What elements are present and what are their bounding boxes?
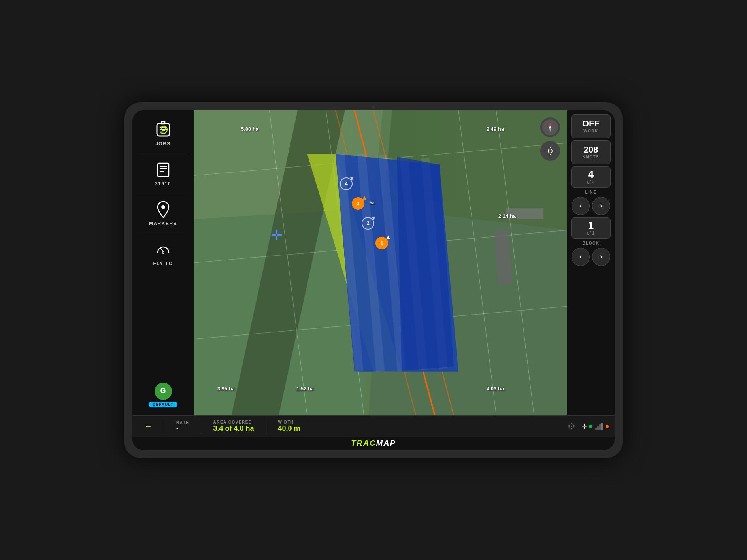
drone-icon: ✛ (581, 422, 587, 431)
camera-dot (372, 106, 375, 109)
bottom-bar: ← RATE - AREA COVERED 3.4 of 4.0 ha WIDT… (132, 415, 615, 437)
notes-label: 31610 (155, 181, 171, 187)
brand-map: MAP (376, 439, 396, 447)
area-value: 3.4 of 4.0 ha (213, 424, 254, 433)
svg-rect-44 (597, 426, 599, 430)
area-group: AREA COVERED 3.4 of 4.0 ha (207, 420, 260, 433)
area-label-4: 3.95 ha (217, 386, 235, 392)
svg-rect-43 (595, 428, 597, 430)
map-container[interactable]: 5.80 ha 2.49 ha 2.14 ha 3.95 ha 1.52 ha … (194, 110, 567, 415)
svg-rect-45 (599, 424, 601, 430)
knots-value: 208 (584, 145, 598, 155)
left-sidebar: JOBS 31610 (132, 110, 194, 415)
divider-width (266, 419, 266, 434)
line-counter-sub: of 4 (587, 179, 595, 185)
width-label: WIDTH (278, 420, 300, 424)
sidebar-item-jobs[interactable]: JOBS (138, 114, 189, 152)
area-label-2: 2.49 ha (487, 126, 504, 132)
divider-rate (164, 419, 164, 434)
notes-icon (153, 160, 173, 179)
line-section-label: LINE (585, 190, 597, 194)
svg-rect-46 (601, 423, 603, 430)
line-counter: 4 of 4 (571, 166, 611, 188)
svg-point-8 (162, 252, 164, 253)
tablet-screen: JOBS 31610 (132, 110, 615, 450)
compass-button[interactable] (540, 117, 560, 137)
width-group: WIDTH 40.0 m (272, 420, 306, 433)
drone-status-dot (589, 425, 592, 428)
jobs-label: JOBS (155, 141, 171, 147)
drone-icon-group: ✛ (581, 422, 592, 431)
width-value: 40.0 m (278, 424, 300, 433)
waypoint-area-label: ha (370, 200, 375, 205)
line-prev-button[interactable]: ‹ (572, 197, 590, 215)
svg-point-5 (161, 205, 165, 209)
svg-line-7 (160, 248, 163, 251)
block-counter: 1 of 1 (571, 217, 611, 239)
area-label-6: 4.03 ha (487, 386, 504, 392)
waypoint-4[interactable]: 4 ▼ (340, 177, 353, 190)
block-next-button[interactable]: › (592, 248, 610, 266)
markers-icon (153, 200, 173, 219)
rate-group: RATE - (170, 420, 195, 432)
location-button[interactable] (540, 141, 560, 161)
profile-section: G DEFAULT (149, 383, 177, 411)
block-nav-row: ‹ › (572, 248, 610, 266)
compass-inner (542, 119, 558, 135)
map-background (194, 110, 567, 415)
knots-button[interactable]: 208 KNOTS (571, 140, 611, 164)
brand-bar: TRACMAP (132, 437, 615, 450)
signal-status-dot (606, 425, 609, 428)
area-label-5: 1.52 ha (296, 386, 314, 392)
svg-point-38 (548, 149, 552, 153)
line-nav-row: ‹ › (572, 197, 610, 215)
block-counter-sub: of 1 (587, 230, 595, 236)
line-counter-main: 4 (588, 169, 594, 179)
block-counter-main: 1 (588, 220, 594, 230)
work-value: OFF (582, 119, 600, 129)
sidebar-item-markers[interactable]: MARKERS (138, 194, 189, 232)
area-label-3: 2.14 ha (498, 213, 516, 219)
flyto-label: FLY TO (153, 261, 173, 266)
waypoint-2[interactable]: 2 ▼ (362, 217, 374, 230)
jobs-icon (153, 120, 173, 140)
work-button[interactable]: OFF WORK (571, 114, 611, 138)
block-section-label: BLOCK (582, 241, 599, 245)
waypoint-3[interactable]: 3 ▲ (352, 197, 364, 210)
sidebar-item-notes[interactable]: 31610 (138, 154, 189, 192)
divider-2 (139, 193, 188, 193)
profile-badge[interactable]: DEFAULT (149, 402, 177, 407)
gps-position-icon[interactable]: ✛ (271, 227, 283, 243)
settings-button[interactable]: ⚙ (568, 421, 575, 432)
divider-3 (139, 233, 188, 233)
sidebar-item-flyto[interactable]: FLY TO (138, 234, 189, 272)
rate-label: RATE (176, 420, 189, 425)
flyto-icon (153, 239, 173, 259)
signal-icon (595, 423, 604, 430)
back-button[interactable]: ← (138, 422, 158, 431)
work-label: WORK (583, 129, 598, 133)
line-next-button[interactable]: › (592, 197, 610, 215)
right-panel: OFF WORK 208 KNOTS 4 of 4 LINE ‹ (567, 110, 615, 415)
svg-rect-1 (158, 163, 169, 177)
area-label: AREA COVERED (213, 420, 254, 424)
avatar[interactable]: G (155, 383, 172, 400)
area-label-1: 5.80 ha (241, 126, 258, 132)
main-area: JOBS 31610 (132, 110, 615, 415)
divider-1 (139, 153, 188, 153)
tablet-device: JOBS 31610 (124, 102, 622, 458)
divider-area (201, 419, 201, 434)
knots-label: KNOTS (583, 155, 600, 159)
bottom-icons: ✛ (575, 422, 609, 431)
markers-label: MARKERS (149, 221, 177, 226)
block-prev-button[interactable]: ‹ (572, 248, 590, 266)
signal-icon-group (595, 423, 609, 430)
rate-value: - (176, 425, 189, 432)
brand-trac: TRAC (351, 439, 376, 447)
waypoint-1[interactable]: 1 ▲ (375, 237, 388, 249)
svg-point-37 (549, 126, 551, 128)
